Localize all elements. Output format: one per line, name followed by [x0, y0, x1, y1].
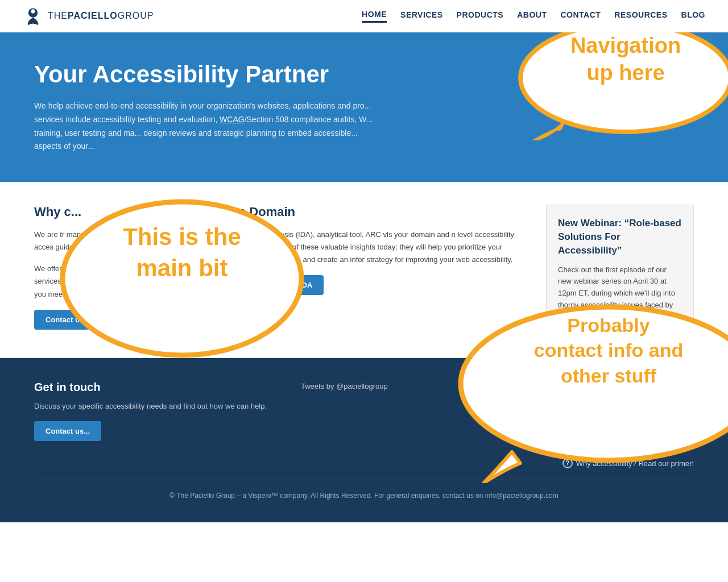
hero-description: We help achieve end-to-end accessibility…	[34, 99, 398, 153]
accessibility-link-row: ? Why accessibility? Read our primer!	[34, 458, 694, 468]
hero-title: Your Accessibility Partner	[34, 61, 694, 88]
footer-tweets: Tweets by @paciellogroup	[301, 381, 388, 393]
site-header: THEPACIELLOGROUP HOME SERVICES PRODUCTS …	[0, 0, 728, 32]
footer-get-in-touch-heading: Get in touch	[34, 381, 267, 394]
footer-right-col	[422, 381, 694, 442]
nav-contact[interactable]: CONTACT	[560, 10, 601, 22]
nav-resources[interactable]: RESOURCES	[614, 10, 667, 22]
nav-home[interactable]: HOME	[362, 10, 387, 23]
webinar-desc: Check out the first episode of our new w…	[558, 264, 682, 323]
footer-tweets-col: Tweets by @paciellogroup	[301, 381, 388, 442]
site-footer: Get in touch Discuss your specific acces…	[0, 358, 728, 523]
footer-contact-button[interactable]: Contact us...	[34, 421, 101, 441]
webinar-card: New Webinar: “Role-based Solutions For A…	[546, 205, 694, 335]
footer-top: Get in touch Discuss your specific acces…	[34, 381, 694, 442]
hero-section: Your Accessibility Partner We help achie…	[0, 32, 728, 182]
main-content: Why c... We are tr many of t world. We a…	[0, 182, 728, 357]
svg-point-1	[31, 9, 35, 13]
nav-products[interactable]: PRODUCTS	[457, 10, 504, 22]
request-ida-button[interactable]: Request Your IDA	[239, 275, 324, 295]
why-col: Why c... We are tr many of t world. We a…	[34, 205, 205, 335]
domain-para: Domain Analysis (IDA), analytical tool, …	[239, 228, 523, 266]
accessibility-primer-link[interactable]: Why accessibility? Read our primer!	[576, 459, 694, 468]
logo-icon	[23, 6, 43, 26]
webinar-heading: New Webinar: “Role-based Solutions For A…	[558, 217, 682, 257]
nav-blog[interactable]: BLOG	[681, 10, 705, 22]
why-para2: We offer a complete lifecycle of accessi…	[34, 263, 205, 300]
webinar-col: New Webinar: “Role-based Solutions For A…	[546, 205, 694, 335]
domain-col: e Domain Domain Analysis (IDA), analytic…	[228, 205, 523, 335]
nav-about[interactable]: ABOUT	[517, 10, 547, 22]
wcag-link[interactable]: WCAG	[220, 115, 245, 124]
nav-services[interactable]: SERVICES	[400, 10, 443, 22]
question-icon: ?	[562, 458, 573, 468]
main-nav: HOME SERVICES PRODUCTS ABOUT CONTACT RES…	[362, 10, 705, 23]
why-heading: Why c...	[34, 205, 205, 219]
domain-heading: e Domain	[239, 205, 523, 219]
logo: THEPACIELLOGROUP	[23, 6, 154, 26]
why-para1: We are tr many of t world. We and recogn…	[34, 228, 205, 253]
contact-us-today-button[interactable]: Contact us today	[34, 310, 117, 330]
footer-copyright: © The Paciello Group – a Vispero™ compan…	[34, 480, 694, 500]
footer-get-in-touch-desc: Discuss your specific accessibility need…	[34, 401, 267, 413]
footer-contact-col: Get in touch Discuss your specific acces…	[34, 381, 267, 442]
logo-text: THEPACIELLOGROUP	[48, 11, 154, 21]
